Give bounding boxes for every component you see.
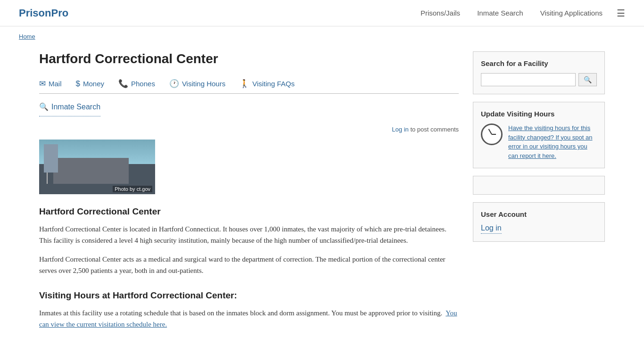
breadcrumb-home[interactable]: Home — [19, 33, 35, 40]
visiting-p1-text: Inmates at this facility use a rotating … — [39, 309, 442, 317]
tab-phones-label: Phones — [131, 80, 155, 88]
page-title: Hartford Correctional Center — [39, 51, 459, 66]
navbar: PrisonPro Prisons/Jails Inmate Search Vi… — [0, 0, 644, 26]
sidebar-empty-box — [473, 176, 605, 195]
update-clock-icon — [481, 123, 503, 145]
tab-visiting-hours-label: Visiting Hours — [182, 80, 225, 88]
tab-visiting-faqs[interactable]: 🚶 Visiting FAQs — [239, 75, 303, 93]
tab-money[interactable]: $ Money — [76, 75, 113, 93]
description-paragraph-2: Hartford Correctional Center acts as a m… — [39, 254, 459, 276]
visiting-section: Visiting Hours at Hartford Correctional … — [39, 290, 459, 330]
user-account-login-link[interactable]: Log in — [481, 224, 502, 234]
tab-money-label: Money — [83, 80, 104, 88]
mail-icon: ✉ — [39, 79, 46, 89]
money-icon: $ — [76, 79, 80, 89]
building — [53, 158, 129, 184]
description-title: Hartford Correctional Center — [39, 206, 459, 217]
walking-person-icon: 🚶 — [239, 79, 249, 89]
tab-mail-label: Mail — [49, 80, 62, 88]
facility-search-button[interactable]: 🔍 — [578, 73, 597, 86]
hamburger-icon[interactable]: ☰ — [617, 8, 625, 19]
inmate-search-label: Inmate Search — [51, 103, 100, 111]
tab-visiting-hours[interactable]: 🕐 Visiting Hours — [169, 75, 234, 93]
main-content: Hartford Correctional Center ✉ Mail $ Mo… — [39, 47, 459, 337]
log-in-link[interactable]: Log in — [392, 126, 408, 133]
user-account-title: User Account — [481, 210, 597, 218]
flag-pole — [47, 158, 48, 184]
page-wrapper: Hartford Correctional Center ✉ Mail $ Mo… — [20, 47, 624, 337]
tab-phones[interactable]: 📞 Phones — [118, 75, 164, 93]
update-visiting-hours-box: Update Visiting Hours Have the visiting … — [473, 102, 605, 168]
clock-icon: 🕐 — [169, 79, 179, 89]
nav-prisons-jails[interactable]: Prisons/Jails — [421, 9, 460, 17]
visiting-paragraph: Inmates at this facility use a rotating … — [39, 307, 459, 330]
user-account-box: User Account Log in — [473, 202, 605, 242]
nav-inmate-search[interactable]: Inmate Search — [477, 9, 523, 17]
update-visiting-hours-link[interactable]: Have the visiting hours for this facilit… — [508, 124, 593, 159]
clock-hour-hand — [492, 134, 496, 135]
brand-logo[interactable]: PrisonPro — [19, 7, 68, 19]
breadcrumb: Home — [0, 26, 644, 47]
nav-visiting-applications[interactable]: Visiting Applications — [540, 9, 603, 17]
search-facility-box: Search for a Facility 🔍 — [473, 51, 605, 94]
search-icon: 🔍 — [39, 102, 49, 111]
update-box: Have the visiting hours for this facilit… — [481, 123, 597, 160]
sidebar: Search for a Facility 🔍 Update Visiting … — [473, 47, 605, 337]
comment-bar: Log in to post comments — [39, 126, 459, 133]
search-row: 🔍 — [481, 73, 597, 86]
phone-icon: 📞 — [118, 79, 128, 89]
flag — [48, 155, 55, 159]
description-paragraph-1: Hartford Correctional Center is located … — [39, 223, 459, 246]
update-visiting-hours-title: Update Visiting Hours — [481, 110, 597, 118]
inmate-search-link[interactable]: 🔍 Inmate Search — [39, 102, 100, 116]
search-facility-title: Search for a Facility — [481, 59, 597, 67]
tab-bar: ✉ Mail $ Money 📞 Phones 🕐 Visiting Hours… — [39, 75, 459, 94]
photo-credit: Photo by ct.gov — [113, 186, 152, 192]
tab-mail[interactable]: ✉ Mail — [39, 75, 70, 93]
comment-bar-suffix: to post comments — [409, 126, 459, 133]
facility-image: Photo by ct.gov — [39, 140, 155, 194]
tab-visiting-faqs-label: Visiting FAQs — [252, 80, 295, 88]
update-text-content: Have the visiting hours for this facilit… — [508, 123, 597, 160]
facility-search-input[interactable] — [481, 73, 576, 86]
nav-links: Prisons/Jails Inmate Search Visiting App… — [421, 9, 603, 17]
visiting-hours-title: Visiting Hours at Hartford Correctional … — [39, 290, 459, 301]
